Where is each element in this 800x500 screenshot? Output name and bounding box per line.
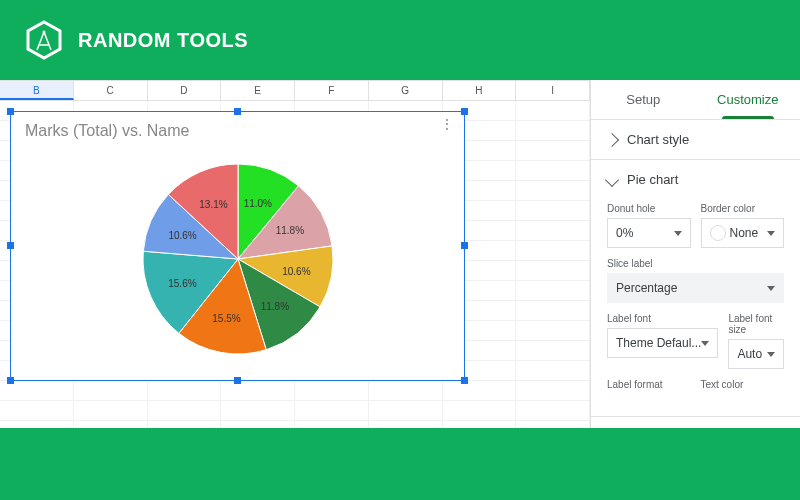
section-header[interactable]: Pie chart [591, 160, 800, 199]
label-font-label: Label font [607, 313, 718, 324]
column-header[interactable]: B [0, 81, 74, 100]
chart-title: Marks (Total) vs. Name [11, 112, 464, 150]
slice-label: 10.6% [282, 266, 310, 277]
section-label: Pie chart [627, 172, 678, 187]
chevron-right-icon [605, 132, 619, 146]
tab-setup[interactable]: Setup [591, 80, 696, 119]
column-headers: BCDEFGHI [0, 81, 590, 101]
brand-name: RANDOM TOOLS [78, 29, 248, 52]
pie-chart: 11.0%11.8%10.6%11.8%15.5%15.6%10.6%13.1% [138, 159, 338, 359]
text-color-label: Text color [701, 379, 785, 390]
section-chart-style[interactable]: Chart style [591, 120, 800, 160]
svg-marker-0 [28, 22, 60, 58]
footer-bar [0, 428, 800, 500]
section-label: Chart style [627, 132, 689, 147]
column-header[interactable]: F [295, 81, 369, 100]
caret-down-icon [767, 231, 775, 236]
workspace: BCDEFGHI Marks (Total) vs. Name ⋮ 11.0%1… [0, 80, 800, 428]
label-font-size-select[interactable]: Auto [728, 339, 784, 369]
slice-label: 11.8% [276, 225, 304, 236]
logo-icon [24, 20, 64, 60]
slice-label: 15.6% [168, 278, 196, 289]
border-color-select[interactable]: None [701, 218, 785, 248]
spreadsheet-area[interactable]: BCDEFGHI Marks (Total) vs. Name ⋮ 11.0%1… [0, 80, 590, 428]
resize-handle[interactable] [7, 377, 14, 384]
column-header[interactable]: E [221, 81, 295, 100]
resize-handle[interactable] [234, 108, 241, 115]
chevron-down-icon [605, 172, 619, 186]
tab-customize[interactable]: Customize [696, 80, 801, 119]
label-font-size-label: Label font size [728, 313, 784, 335]
color-swatch-icon [710, 225, 726, 241]
resize-handle[interactable] [461, 108, 468, 115]
label-format-label: Label format [607, 379, 691, 390]
donut-hole-label: Donut hole [607, 203, 691, 214]
chart-container[interactable]: Marks (Total) vs. Name ⋮ 11.0%11.8%10.6%… [10, 111, 465, 381]
chart-editor-panel: Setup Customize Chart style Pie chart Do… [590, 80, 800, 428]
caret-down-icon [674, 231, 682, 236]
slice-label: 11.0% [244, 197, 272, 208]
label-font-select[interactable]: Theme Defaul... [607, 328, 718, 358]
slice-label: 10.6% [168, 230, 196, 241]
slice-label-select[interactable]: Percentage [607, 273, 784, 303]
donut-hole-select[interactable]: 0% [607, 218, 691, 248]
column-header[interactable]: C [74, 81, 148, 100]
caret-down-icon [701, 341, 709, 346]
section-pie-chart: Pie chart Donut hole 0% Border color N [591, 160, 800, 417]
resize-handle[interactable] [7, 242, 14, 249]
column-header[interactable]: G [369, 81, 443, 100]
resize-handle[interactable] [461, 242, 468, 249]
column-header[interactable]: I [516, 81, 590, 100]
chart-menu-icon[interactable]: ⋮ [440, 122, 454, 126]
caret-down-icon [767, 352, 775, 357]
resize-handle[interactable] [234, 377, 241, 384]
slice-label: 15.5% [212, 313, 240, 324]
slice-label: 13.1% [199, 199, 227, 210]
slice-label-label: Slice label [607, 258, 784, 269]
header-bar: RANDOM TOOLS [0, 0, 800, 80]
resize-handle[interactable] [7, 108, 14, 115]
column-header[interactable]: H [443, 81, 517, 100]
column-header[interactable]: D [148, 81, 222, 100]
editor-tabs: Setup Customize [591, 80, 800, 120]
slice-label: 11.8% [261, 301, 289, 312]
border-color-label: Border color [701, 203, 785, 214]
caret-down-icon [767, 286, 775, 291]
resize-handle[interactable] [461, 377, 468, 384]
